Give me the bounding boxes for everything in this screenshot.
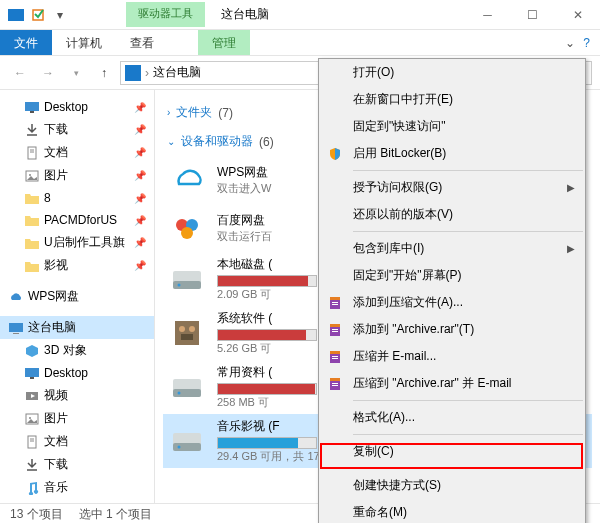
help-icon[interactable]: ? (583, 36, 590, 50)
tree-icon (24, 235, 40, 251)
tree-icon (24, 343, 40, 359)
tree-icon (24, 145, 40, 161)
menu-item[interactable]: 添加到 "Archive.rar"(T) (319, 316, 585, 343)
menu-item[interactable]: 在新窗口中打开(E) (319, 86, 585, 113)
app-icon (8, 7, 24, 23)
pin-icon: 📌 (134, 215, 146, 226)
svg-rect-49 (332, 383, 338, 384)
tree-icon (24, 457, 40, 473)
device-subtitle: 2.09 GB 可 (217, 287, 317, 302)
tree-item-wps[interactable]: WPS网盘 (0, 285, 154, 308)
close-button[interactable]: ✕ (555, 0, 600, 30)
tree-icon (24, 480, 40, 496)
ribbon: 文件 计算机 查看 管理 ⌄ ? (0, 30, 600, 56)
menu-item[interactable]: 添加到压缩文件(A)... (319, 289, 585, 316)
window-title: 这台电脑 (205, 2, 285, 27)
menu-item[interactable]: 固定到"快速访问" (319, 113, 585, 140)
pin-icon: 📌 (134, 170, 146, 181)
tree-item-pc-child[interactable]: 文档 (0, 430, 154, 453)
svg-rect-37 (332, 302, 338, 303)
tree-item-pc-child[interactable]: 3D 对象 (0, 339, 154, 362)
manage-tab[interactable]: 管理 (198, 30, 250, 55)
recent-dropdown[interactable]: ▾ (64, 61, 88, 85)
device-name: 本地磁盘 ( (217, 256, 317, 273)
menu-item[interactable]: 启用 BitLocker(B) (319, 140, 585, 167)
tree-icon (24, 411, 40, 427)
menu-item[interactable]: 格式化(A)... (319, 404, 585, 431)
menu-item[interactable]: 压缩到 "Archive.rar" 并 E-mail (319, 370, 585, 397)
tree-item-quick[interactable]: 文档📌 (0, 141, 154, 164)
archive-icon (327, 349, 343, 365)
minimize-button[interactable]: ─ (465, 0, 510, 30)
tree-item-pc-child[interactable]: 音乐 (0, 476, 154, 499)
window-controls: ─ ☐ ✕ (465, 0, 600, 30)
drive-tools-tab[interactable]: 驱动器工具 (126, 2, 205, 27)
properties-icon[interactable] (30, 7, 46, 23)
forward-button: → (36, 61, 60, 85)
ribbon-expand-icon[interactable]: ⌄ (565, 36, 575, 50)
tree-item-pc-child[interactable]: 图片 (0, 407, 154, 430)
tree-item-quick[interactable]: 影视📌 (0, 254, 154, 277)
tree-item-quick[interactable]: 下载📌 (0, 118, 154, 141)
pin-icon: 📌 (134, 147, 146, 158)
up-button[interactable]: ↑ (92, 61, 116, 85)
device-name: 常用资料 ( (217, 364, 317, 381)
device-name: 系统软件 ( (217, 310, 317, 327)
menu-item[interactable]: 包含到库中(I)▶ (319, 235, 585, 262)
device-icon (167, 367, 207, 407)
submenu-arrow-icon: ▶ (567, 243, 575, 254)
archive-icon (327, 376, 343, 392)
menu-item[interactable]: 创建快捷方式(S) (319, 472, 585, 499)
breadcrumb[interactable]: 这台电脑 (153, 64, 201, 81)
navigation-pane: Desktop📌下载📌文档📌图片📌8📌PACMDforUS📌U启制作工具旗📌影视… (0, 90, 155, 503)
maximize-button[interactable]: ☐ (510, 0, 555, 30)
menu-item[interactable]: 重命名(M) (319, 499, 585, 523)
device-icon (167, 259, 207, 299)
file-tab[interactable]: 文件 (0, 30, 52, 55)
tree-icon (8, 320, 24, 336)
pin-icon: 📌 (134, 193, 146, 204)
menu-item[interactable]: 复制(C) (319, 438, 585, 465)
svg-point-21 (181, 227, 193, 239)
tree-item-quick[interactable]: Desktop📌 (0, 96, 154, 118)
device-icon (167, 160, 207, 200)
menu-item[interactable]: 授予访问权限(G)▶ (319, 174, 585, 201)
tree-icon (8, 289, 24, 305)
svg-rect-28 (181, 334, 193, 340)
menu-item[interactable]: 还原以前的版本(V) (319, 201, 585, 228)
tree-item-pc-child[interactable]: Desktop (0, 362, 154, 384)
svg-rect-42 (332, 331, 338, 332)
svg-point-15 (29, 417, 31, 419)
svg-rect-9 (9, 323, 23, 332)
archive-icon (327, 322, 343, 338)
view-tab[interactable]: 查看 (116, 30, 168, 55)
device-subtitle: 5.26 GB 可 (217, 341, 317, 356)
tree-item-pc-child[interactable]: 视频 (0, 384, 154, 407)
pin-icon: 📌 (134, 124, 146, 135)
tree-icon (24, 122, 40, 138)
menu-item[interactable]: 压缩并 E-mail... (319, 343, 585, 370)
context-menu: 打开(O)在新窗口中打开(E)固定到"快速访问"启用 BitLocker(B)授… (318, 58, 586, 523)
menu-item[interactable]: 固定到"开始"屏幕(P) (319, 262, 585, 289)
svg-point-24 (178, 284, 181, 287)
menu-separator (353, 400, 583, 401)
tree-item-quick[interactable]: 8📌 (0, 187, 154, 209)
tree-icon (24, 190, 40, 206)
svg-rect-46 (332, 358, 338, 359)
qat-dropdown-icon[interactable]: ▾ (52, 7, 68, 23)
tree-item-pc-child[interactable]: 下载 (0, 453, 154, 476)
tree-item-quick[interactable]: PACMDforUS📌 (0, 209, 154, 231)
tree-item-quick[interactable]: U启制作工具旗📌 (0, 231, 154, 254)
tree-item-quick[interactable]: 图片📌 (0, 164, 154, 187)
back-button[interactable]: ← (8, 61, 32, 85)
computer-tab[interactable]: 计算机 (52, 30, 116, 55)
menu-item[interactable]: 打开(O) (319, 59, 585, 86)
svg-rect-10 (13, 333, 19, 334)
device-subtitle: 双击进入W (217, 181, 271, 196)
archive-icon (327, 295, 343, 311)
tree-item-thispc[interactable]: 这台电脑 (0, 316, 154, 339)
svg-point-8 (29, 174, 31, 176)
pin-icon: 📌 (134, 102, 146, 113)
svg-rect-33 (173, 443, 201, 451)
menu-separator (353, 434, 583, 435)
